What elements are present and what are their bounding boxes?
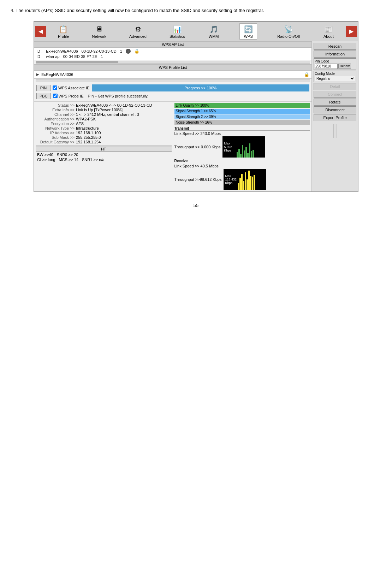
main-content: WPS AP List ID : ExRegNWEA4036 00-1D-92-… — [34, 41, 358, 191]
sidebar-item-wps[interactable]: 🔄 WPS — [239, 23, 257, 40]
status-row: Sub Mask >> 255.255.255.0 — [36, 135, 172, 140]
profile-list-scrollbar-h[interactable] — [36, 79, 310, 82]
information-button[interactable]: Information — [314, 51, 356, 58]
wps-probe-checkbox[interactable] — [53, 94, 58, 98]
pin-code-box: Pin Code Renew — [314, 58, 356, 70]
profile-label: Profile — [58, 34, 69, 38]
list-item: ▶ ExRegNWEA4036 🔒 — [34, 71, 311, 78]
radio-icon: 📡 — [283, 24, 294, 34]
ap-list-scrollbar[interactable] — [36, 61, 310, 64]
statistics-label: Statistics — [170, 34, 185, 38]
status-left: Status >> ExRegNWEA4036 <--> 00-1D-92-C0… — [34, 102, 173, 191]
page-number: 55 — [11, 203, 381, 208]
transmit-link-speed: Link Speed >> 243.0 Mbps — [174, 131, 310, 136]
profile-list-area: ▶ ExRegNWEA4036 🔒 — [34, 71, 311, 79]
ht-header: HT — [36, 147, 172, 152]
about-icon: 📰 — [323, 24, 334, 34]
sidebar-item-radio[interactable]: 📡 Radio On/Off — [274, 24, 303, 39]
table-row: ID : wlan-ap 00-04-ED-38-F7-2E 1 — [34, 54, 311, 59]
right-panel-scrollbar[interactable] — [333, 124, 337, 138]
receive-chart-label: Max 118.432 Kbps — [225, 174, 237, 185]
profile-lock-icon: 🔒 — [304, 72, 309, 77]
status-grid: Status >> ExRegNWEA4036 <--> 00-1D-92-C0… — [34, 102, 311, 191]
scrollbar-v-container — [314, 123, 356, 139]
transmit-throughput: Throughput >> 0.000 Kbps Max 5.392 Kbps — [174, 136, 310, 158]
lock-icon: 🔒 — [134, 49, 139, 54]
control-row-1: PIN WPS Associate IE Progress >> 100% — [36, 84, 309, 91]
pbc-button[interactable]: PBC — [36, 93, 51, 99]
wmm-icon: 🎵 — [208, 24, 219, 34]
wps-associate-checkbox-label[interactable]: WPS Associate IE — [53, 85, 90, 90]
rescan-button[interactable]: Rescan — [314, 43, 356, 50]
network-icon: 🖥 — [94, 24, 105, 34]
statistics-icon: 📊 — [172, 24, 183, 34]
forward-button[interactable]: ▶ — [346, 26, 357, 37]
wps-status-text: PIN - Get WPS profile successfully. — [86, 93, 151, 99]
signal-bar-4: Noise Strength >> 26% — [174, 120, 310, 125]
intro-text: 4. The router's (AP's) SSID and security… — [11, 7, 381, 14]
controls-area: PIN WPS Associate IE Progress >> 100% PB… — [34, 83, 311, 101]
pin-code-row: Renew — [315, 64, 355, 69]
config-mode-label: Config Mode — [315, 72, 355, 76]
connect-button[interactable]: Connect — [314, 91, 356, 98]
signal-bar-1: Link Quality >> 100% — [174, 103, 310, 108]
receive-header: Receive — [174, 159, 310, 163]
transmit-header: Transmit — [174, 126, 310, 131]
sidebar-item-network[interactable]: 🖥 Network — [89, 24, 109, 39]
receive-section: Receive Link Speed >> 40.5 Mbps Throughp… — [174, 159, 310, 190]
profile-icon: 📋 — [58, 24, 69, 34]
transmit-chart: Max 5.392 Kbps — [222, 136, 265, 158]
app-window: ◀ 📋 Profile 🖥 Network ⚙ Advanced 📊 Stati… — [34, 21, 358, 192]
right-panel: Rescan Information Pin Code Renew Config… — [312, 41, 358, 191]
status-row: Encryption >> AES — [36, 121, 172, 126]
back-button[interactable]: ◀ — [35, 26, 46, 37]
status-right: Link Quality >> 100% Signal Strength 1 >… — [173, 102, 312, 191]
info-icon: i — [126, 49, 131, 54]
receive-throughput: Throughput >>98.612 Kbps Max 118.432 Kbp… — [174, 169, 310, 190]
sidebar-item-advanced[interactable]: ⚙ Advanced — [126, 24, 149, 39]
sidebar-item-statistics[interactable]: 📊 Statistics — [167, 24, 188, 39]
advanced-icon: ⚙ — [132, 24, 144, 34]
radio-label: Radio On/Off — [277, 34, 300, 38]
config-mode-box: Config Mode Registrar — [314, 71, 356, 82]
status-row: IP Address >> 192.168.1.100 — [36, 131, 172, 135]
advanced-label: Advanced — [129, 34, 147, 38]
toolbar-items: 📋 Profile 🖥 Network ⚙ Advanced 📊 Statist… — [46, 23, 346, 40]
status-row: Extra Info >> Link is Up [TxPower:100%] — [36, 108, 172, 112]
transmit-section: Transmit Link Speed >> 243.0 Mbps Throug… — [174, 126, 310, 158]
divider-1 — [34, 101, 311, 102]
sidebar-item-wmm[interactable]: 🎵 WMM — [205, 24, 222, 39]
export-profile-button[interactable]: Export Profile — [314, 114, 356, 121]
toolbar: ◀ 📋 Profile 🖥 Network ⚙ Advanced 📊 Stati… — [34, 22, 358, 41]
sidebar-item-profile[interactable]: 📋 Profile — [55, 24, 72, 39]
pin-button[interactable]: PIN — [36, 85, 51, 91]
config-mode-select[interactable]: Registrar — [315, 76, 355, 81]
wps-label: WPS — [244, 34, 253, 38]
signal-bar-2: Signal Strength 1 >> 65% — [174, 109, 310, 114]
renew-button[interactable]: Renew — [338, 64, 351, 69]
disconnect-button[interactable]: Disconnect — [314, 106, 356, 113]
ap-list-area: ID : ExRegNWEA4036 00-1D-92-C0-13-CD 1 i… — [34, 48, 311, 60]
status-row: Default Gateway >> 192.168.1.254 — [36, 140, 172, 144]
chart-max-label: Max 5.392 Kbps — [224, 142, 232, 152]
receive-chart: Max 118.432 Kbps — [224, 169, 266, 190]
rotate-button[interactable]: Rotate — [314, 99, 356, 106]
signal-bars: Link Quality >> 100% Signal Strength 1 >… — [174, 103, 310, 125]
wps-ap-list-header: WPS AP List — [34, 41, 311, 48]
wps-profile-list-header: WPS Profile List — [34, 64, 311, 71]
status-row: Channel >> 1 <--> 2412 MHz; central chan… — [36, 112, 172, 117]
signal-bar-3: Signal Strength 2 >> 39% — [174, 114, 310, 119]
wps-associate-checkbox[interactable] — [53, 85, 57, 90]
left-panel: WPS AP List ID : ExRegNWEA4036 00-1D-92-… — [34, 41, 312, 191]
wps-probe-checkbox-label[interactable]: WPS Probe IE — [53, 94, 84, 98]
detail-button[interactable]: Detail — [314, 83, 356, 90]
sidebar-item-about[interactable]: 📰 About — [320, 24, 337, 39]
status-row: Status >> ExRegNWEA4036 <--> 00-1D-92-C0… — [36, 103, 172, 107]
pin-code-label: Pin Code — [315, 59, 355, 63]
about-label: About — [323, 34, 334, 38]
pin-code-input[interactable] — [315, 64, 338, 69]
play-icon: ▶ — [36, 72, 39, 76]
status-row: Authentication >> WPA2-PSK — [36, 117, 172, 121]
receive-link-speed: Link Speed >> 40.5 Mbps — [174, 164, 310, 168]
ht-row: BW >>40 SNR0 >> 20 — [36, 152, 172, 157]
